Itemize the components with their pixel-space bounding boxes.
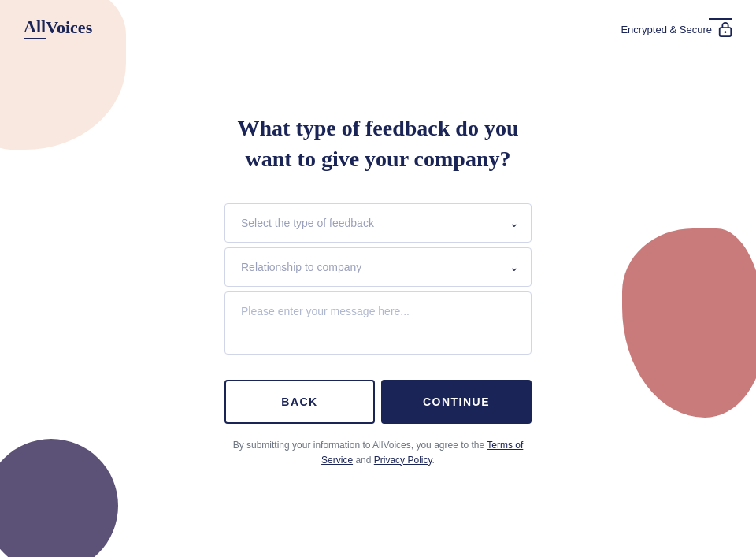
form-container: Select the type of feedback Praise Conce… <box>224 203 532 468</box>
page-title: What type of feedback do you want to giv… <box>237 113 518 174</box>
feedback-type-select[interactable]: Select the type of feedback Praise Conce… <box>224 203 532 243</box>
secure-top-line <box>709 18 732 20</box>
terms-suffix: . <box>432 455 435 466</box>
back-button[interactable]: BACK <box>224 380 375 424</box>
main-content: What type of feedback do you want to giv… <box>0 55 756 557</box>
terms-prefix: By submitting your information to AllVoi… <box>233 440 487 451</box>
continue-button[interactable]: CONTINUE <box>381 380 532 424</box>
secure-row: Encrypted & Secure <box>621 21 732 37</box>
relationship-select[interactable]: Relationship to company Employee Contrac… <box>224 247 532 287</box>
message-textarea[interactable] <box>224 291 532 355</box>
header: AllVoices Encrypted & Secure <box>0 0 756 55</box>
logo-voices-text: Voices <box>46 17 92 38</box>
logo: AllVoices <box>24 17 92 39</box>
feedback-type-wrapper: Select the type of feedback Praise Conce… <box>224 203 532 243</box>
svg-point-1 <box>724 31 727 33</box>
buttons-row: BACK CONTINUE <box>224 380 532 424</box>
secure-label: Encrypted & Secure <box>621 24 712 35</box>
secure-badge: Encrypted & Secure <box>621 18 732 37</box>
relationship-wrapper: Relationship to company Employee Contrac… <box>224 247 532 287</box>
terms-and: and <box>353 455 374 466</box>
lock-icon <box>718 21 732 37</box>
message-wrapper <box>224 291 532 358</box>
terms-text: By submitting your information to AllVoi… <box>224 438 532 468</box>
privacy-policy-link[interactable]: Privacy Policy <box>374 455 432 466</box>
logo-all-text: All <box>24 17 46 39</box>
